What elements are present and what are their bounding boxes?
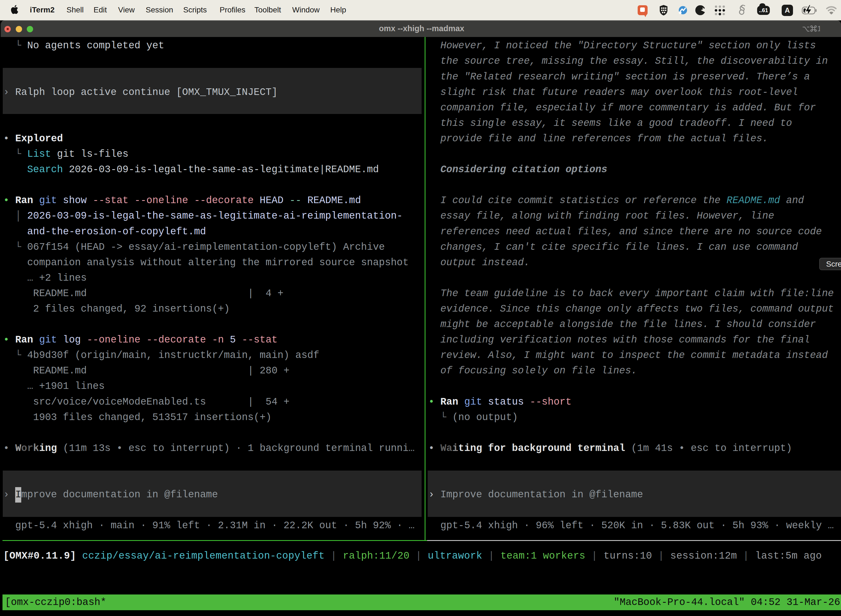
svg-text:1: 1 xyxy=(817,25,820,33)
